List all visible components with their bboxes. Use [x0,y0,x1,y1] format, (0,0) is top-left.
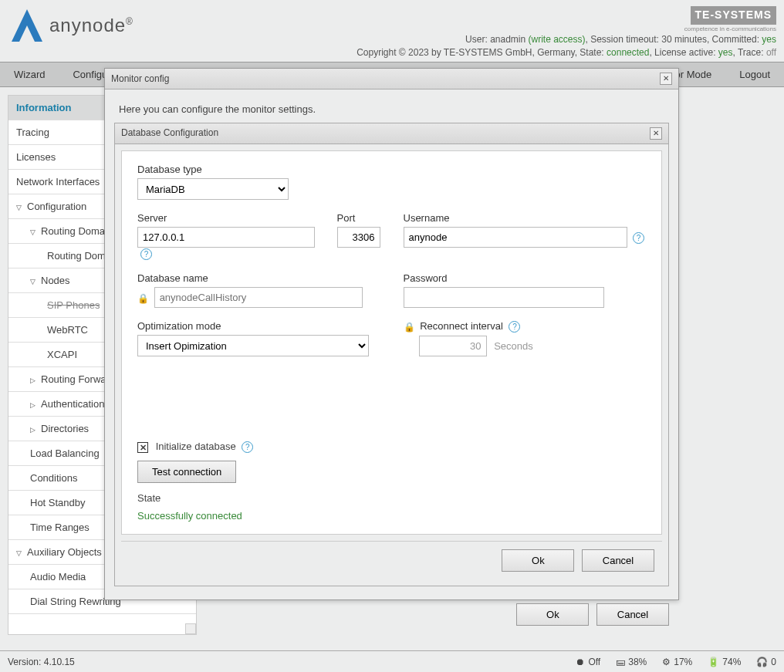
ok-button[interactable]: Ok [502,549,574,572]
dbname-input[interactable] [154,287,363,308]
status-recording: ⏺Off [576,657,600,667]
ok-button[interactable]: Ok [516,603,589,626]
dbname-label: Database name [137,272,380,284]
sidebar-item-label: Configuration [27,201,86,212]
reconnect-label: 🔒 Reconnect interval ? [404,320,647,333]
vendor-logo: TE-SYSTEMS [691,6,776,25]
dialog-titlebar[interactable]: Monitor config ✕ [105,69,678,89]
init-db-checkbox[interactable]: ✕ [137,442,148,453]
sidebar-item-label: Audio Media [30,571,86,583]
logo-icon [8,6,46,45]
status-cpu: ⚙17% [662,657,692,667]
status-disk: 🖴38% [616,657,647,667]
sidebar-item-label: Auxiliary Objects [27,546,102,558]
init-db-label: Initialize database [156,441,236,452]
lock-icon: 🔒 [404,322,413,333]
ports-icon: 🎧 [756,657,768,667]
sidebar-item-label: Network Interfaces [16,176,100,187]
username-input[interactable] [404,227,627,248]
optmode-select[interactable]: Insert Opimization [137,335,369,356]
server-input[interactable] [137,227,315,248]
sidebar-item-label: XCAPI [47,349,77,360]
sidebar-item-label: Conditions [30,472,77,484]
app-header: anynode® TE-SYSTEMS competence in e-comm… [0,0,784,62]
chevron-right-icon: ▷ [30,401,38,409]
reconnect-input[interactable] [419,336,487,356]
help-icon[interactable]: ? [509,321,520,333]
nav-logout[interactable]: Logout [725,62,784,86]
sidebar-item-label: SIP Phones [47,299,100,311]
sidebar-item-label: Authentication [41,398,104,410]
cpu-icon: ⚙ [662,657,671,667]
chevron-down-icon: ▽ [16,204,24,211]
cancel-button[interactable]: Cancel [596,603,669,626]
sidebar-item-label: Directories [41,423,89,434]
help-icon[interactable]: ? [633,232,644,244]
battery-icon: 🔋 [708,657,719,667]
header-info: TE-SYSTEMS competence in e-communication… [357,6,776,59]
help-icon[interactable]: ? [242,441,253,453]
dialog-desc: Here you can configure the monitor setti… [114,99,669,123]
state-value: Successfully connected [137,510,646,522]
username-label: Username [404,212,647,224]
logo-text: anynode® [49,15,133,36]
chevron-down-icon: ▽ [30,228,38,236]
chevron-right-icon: ▷ [30,426,38,434]
chevron-down-icon: ▽ [30,278,38,285]
optmode-label: Optimization mode [137,320,380,332]
cancel-button[interactable]: Cancel [582,549,654,572]
help-icon[interactable]: ? [140,248,152,260]
chevron-down-icon: ▽ [16,549,24,557]
dbtype-select[interactable]: MariaDB [137,178,289,200]
chevron-right-icon: ▷ [30,377,38,384]
port-label: Port [337,212,380,224]
port-input[interactable] [337,227,380,248]
sidebar-item-label: WebRTC [47,324,88,336]
sidebar-item-label: Licenses [16,151,56,163]
password-input[interactable] [404,287,604,308]
logo: anynode® [8,6,133,45]
sidebar-item-label: Hot Standby [30,497,86,508]
sidebar-item-label: Nodes [41,275,70,286]
close-icon[interactable]: ✕ [650,127,662,140]
status-battery: 🔋74% [708,657,741,667]
sidebar-item-label: Tracing [16,127,49,138]
statusbar: Version: 4.10.15 ⏺Off 🖴38% ⚙17% 🔋74% 🎧0 [0,650,784,672]
monitor-config-dialog: Monitor config ✕ Here you can configure … [104,68,679,600]
inner-titlebar[interactable]: Database Configuration ✕ [115,123,668,144]
lock-icon: 🔒 [137,293,147,304]
disk-icon: 🖴 [616,657,625,667]
test-connection-button[interactable]: Test connection [137,461,236,483]
state-label: State [137,492,646,504]
database-config-dialog: Database Configuration ✕ Database type M… [114,123,669,586]
dbtype-label: Database type [137,164,380,175]
status-ports: 🎧0 [756,657,776,667]
sidebar-item-label: Time Ranges [30,522,90,533]
seconds-label: Seconds [494,340,533,352]
server-label: Server [137,212,322,224]
record-icon: ⏺ [576,657,585,667]
nav-wizard[interactable]: Wizard [0,62,59,86]
sidebar-item-label: Load Balancing [30,447,100,459]
sidebar-item-label: Information [16,102,72,113]
inner-title: Database Configuration [121,127,218,140]
password-label: Password [404,272,647,284]
close-icon[interactable]: ✕ [660,73,672,85]
dialog-title: Monitor config [111,73,169,84]
